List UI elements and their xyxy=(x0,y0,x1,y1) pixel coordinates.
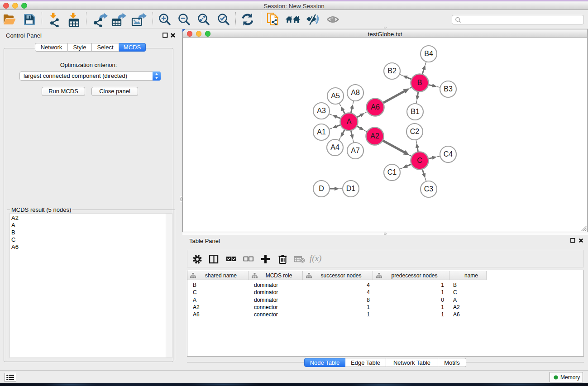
svg-text:A8: A8 xyxy=(351,89,360,96)
svg-text:B2: B2 xyxy=(387,67,397,75)
svg-text:B: B xyxy=(417,79,422,86)
svg-text:A6: A6 xyxy=(371,103,380,111)
svg-text:C3: C3 xyxy=(424,185,434,193)
svg-text:B4: B4 xyxy=(424,50,433,57)
svg-text:A5: A5 xyxy=(331,92,340,100)
svg-text:D1: D1 xyxy=(346,185,356,192)
svg-text:C4: C4 xyxy=(444,150,453,158)
svg-text:A3: A3 xyxy=(317,107,326,114)
svg-text:C: C xyxy=(417,157,422,164)
svg-text:D: D xyxy=(319,185,324,192)
svg-text:C2: C2 xyxy=(410,128,420,135)
svg-text:A4: A4 xyxy=(330,143,339,151)
svg-text:B1: B1 xyxy=(411,108,420,115)
svg-text:A1: A1 xyxy=(317,128,326,136)
svg-text:A7: A7 xyxy=(351,147,360,154)
svg-text:A: A xyxy=(347,118,352,125)
svg-text:C1: C1 xyxy=(387,168,397,176)
svg-text:B3: B3 xyxy=(444,85,453,93)
svg-text:A2: A2 xyxy=(370,132,379,140)
